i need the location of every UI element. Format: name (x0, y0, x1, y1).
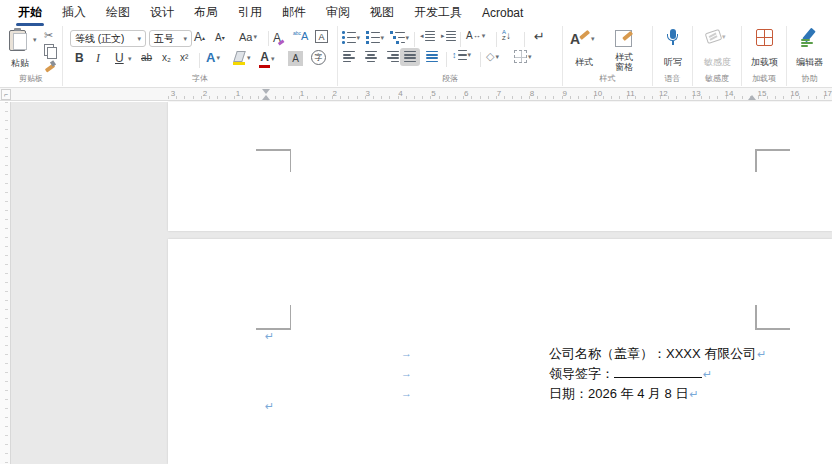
font-name-combo[interactable]: 等线 (正文) ▾ (70, 30, 146, 47)
align-left-icon (343, 51, 355, 62)
align-left-button[interactable] (343, 51, 355, 62)
ribbon-tab-3[interactable]: 绘图 (96, 0, 140, 27)
styles-icon: A (570, 30, 590, 48)
font-color-button[interactable]: A ▾ (259, 50, 275, 68)
sort-button[interactable]: AZ ↓ (502, 29, 511, 41)
horizontal-ruler[interactable]: 3211234567891011121314151617 (0, 88, 832, 101)
voice-group: 听写 语音 (653, 26, 693, 86)
dictate-button[interactable] (666, 29, 680, 47)
right-indent-marker[interactable] (748, 95, 756, 100)
enclose-characters-button[interactable]: 字 (311, 50, 326, 65)
ribbon-tab-4[interactable]: 设计 (140, 0, 184, 27)
styles-group: A▾ 样式 样式窗格 样式 (563, 26, 653, 86)
ribbon-tab-9[interactable]: 视图 (360, 0, 404, 27)
crop-mark (256, 149, 291, 151)
line-spacing-button[interactable]: ↕ ▾ (452, 50, 471, 60)
paste-dropdown[interactable]: ▾ (32, 36, 37, 44)
font-size-combo[interactable]: 五号 ▾ (149, 30, 192, 47)
shading-button[interactable]: ◇▾ (486, 50, 499, 63)
format-painter-button[interactable] (44, 59, 57, 72)
ruler-number: 2 (203, 89, 207, 98)
ruler-number: 17 (823, 89, 832, 98)
distribute-button[interactable] (426, 51, 438, 62)
addins-button[interactable] (756, 29, 773, 46)
show-marks-button[interactable]: ↵ (534, 29, 545, 44)
numbering-button[interactable]: ▾ (366, 31, 384, 44)
underline-button[interactable]: U (115, 51, 124, 65)
change-case-button[interactable]: Aa▾ (239, 31, 257, 43)
editor-group: 编辑器 协助 (787, 26, 832, 86)
character-border-button[interactable]: A (315, 30, 328, 43)
ribbon-tab-10[interactable]: 开发工具 (404, 0, 472, 27)
cut-button[interactable]: ✂ (44, 29, 53, 42)
underline-dropdown[interactable]: ▾ (127, 55, 132, 63)
vertical-ruler[interactable] (0, 102, 11, 464)
dictate-label: 听写 (653, 56, 693, 69)
ribbon-tab-8[interactable]: 审阅 (316, 0, 360, 27)
ribbon: ▾ 粘贴 ✂ 剪贴板 等线 (正文) ▾ 五号 ▾ A▴ A▾ Aa▾ A ab… (0, 26, 832, 88)
superscript-button[interactable]: x² (180, 52, 188, 63)
shrink-font-button[interactable]: A▾ (215, 32, 225, 43)
ribbon-tab-2[interactable]: 插入 (52, 0, 96, 27)
clear-formatting-button[interactable]: A (273, 31, 284, 45)
paste-button[interactable] (9, 30, 26, 51)
increase-indent-button[interactable]: ▸ (441, 31, 456, 41)
decrease-indent-button[interactable]: ◂ (420, 31, 435, 41)
page-1[interactable] (168, 102, 832, 231)
word-window: 开始插入绘图设计布局引用邮件审阅视图开发工具Acrobat ▾ 粘贴 ✂ 剪贴板… (0, 0, 832, 464)
editor-button[interactable] (801, 29, 819, 47)
ruler-number: 8 (530, 89, 534, 98)
chevron-down-icon: ▾ (468, 51, 472, 59)
styles-button[interactable]: A▾ (570, 30, 595, 48)
up-icon: ▴ (202, 34, 205, 41)
crop-mark (755, 149, 757, 172)
align-right-button[interactable] (387, 51, 399, 62)
style-pane-button[interactable] (615, 30, 632, 47)
document-line-2[interactable]: 领导签字：↵ (549, 365, 712, 383)
ribbon-tab-1[interactable]: 开始 (8, 0, 52, 27)
strikethrough-button[interactable]: ab (141, 52, 152, 63)
borders-button[interactable]: ▾ (514, 50, 532, 63)
tab-selector[interactable]: ⌐ (1, 89, 11, 100)
font-size-value: 五号 (154, 32, 174, 46)
document-line-3[interactable]: 日期：2026 年 4 月 8 日↵ (549, 385, 699, 403)
character-scaling-button[interactable]: A ↔ ▾ (466, 30, 485, 41)
phonetic-guide-button[interactable]: abcA (293, 30, 308, 42)
ruler-number: 12 (659, 89, 668, 98)
numbering-icon (366, 31, 380, 44)
style-pane-icon (615, 30, 632, 47)
highlight-button[interactable]: ▾ (233, 51, 251, 65)
text-effects-button[interactable]: A▾ (206, 50, 220, 65)
multilevel-list-button[interactable]: ▾ (390, 31, 409, 44)
change-case-icon: Aa (239, 31, 252, 43)
voice-group-label: 语音 (653, 73, 692, 84)
copy-button[interactable] (44, 44, 56, 57)
bullets-button[interactable]: ▾ (342, 31, 360, 44)
grow-font-button[interactable]: A▴ (194, 30, 205, 44)
sensitivity-group-label: 敏感度 (693, 73, 741, 84)
first-line-indent-marker[interactable] (262, 89, 270, 94)
align-center-button[interactable] (365, 51, 377, 62)
align-center-icon (365, 51, 377, 62)
justify-button[interactable] (404, 51, 416, 62)
font-name-value: 等线 (正文) (75, 32, 124, 46)
ribbon-tab-5[interactable]: 布局 (184, 0, 228, 27)
ribbon-tab-7[interactable]: 邮件 (272, 0, 316, 27)
document-workspace: ↵ ↵ →公司名称（盖章）：XXXX 有限公司↵→领导签字：↵→日期：2026 … (0, 102, 832, 464)
paragraph-mark: ↵ (265, 401, 274, 412)
italic-button[interactable]: I (96, 51, 100, 66)
ribbon-tab-11[interactable]: Acrobat (472, 1, 533, 26)
ribbon-tab-6[interactable]: 引用 (228, 0, 272, 27)
sensitivity-label: 敏感度 (693, 56, 742, 69)
clipboard-group: ▾ 粘贴 ✂ 剪贴板 (0, 26, 63, 86)
hanging-indent-marker[interactable] (262, 95, 270, 100)
line-spacing-icon (458, 50, 467, 60)
editor-pen-icon (801, 29, 819, 47)
copy-icon (44, 44, 56, 57)
document-line-1[interactable]: 公司名称（盖章）：XXXX 有限公司↵ (549, 345, 767, 363)
ruler-number: 14 (725, 89, 734, 98)
subscript-button[interactable]: x₂ (162, 52, 171, 63)
character-shading-button[interactable]: A (288, 51, 303, 66)
bold-button[interactable]: B (75, 51, 84, 65)
sensitivity-button[interactable]: ▾ (706, 31, 726, 42)
